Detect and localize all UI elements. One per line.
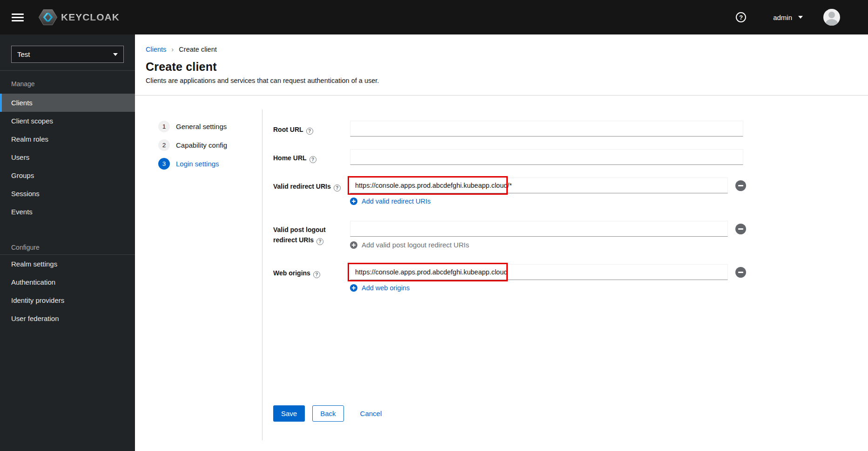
add-valid-post-logout-redirect-uris-button[interactable]: Add valid post logout redirect URIs xyxy=(350,241,469,249)
create-client-wizard: 1 General settings 2 Capability config 3… xyxy=(135,96,868,451)
keycloak-logo: KEYCLOAK xyxy=(39,9,120,26)
page-description: Clients are applications and services th… xyxy=(146,77,868,84)
plus-circle-icon xyxy=(350,241,357,249)
valid-post-logout-redirect-uris-input[interactable] xyxy=(350,221,728,237)
sidebar-item-clients[interactable]: Clients xyxy=(0,94,135,112)
sidebar-item-realm-roles[interactable]: Realm roles xyxy=(0,130,135,148)
wizard-step-login-settings[interactable]: 3 Login settings xyxy=(158,158,262,170)
nav-section-configure: Configure Realm settings Authentication … xyxy=(0,244,135,328)
root-url-input[interactable] xyxy=(350,121,743,137)
plus-circle-icon xyxy=(350,284,357,292)
divider xyxy=(262,109,262,440)
sidebar: Test Manage Clients Client scopes Realm … xyxy=(0,34,135,451)
sidebar-item-identity-providers[interactable]: Identity providers xyxy=(0,291,135,309)
help-button[interactable] xyxy=(736,12,747,23)
home-url-label: Home URL xyxy=(273,154,307,162)
wizard-step-capability-config[interactable]: 2 Capability config xyxy=(158,139,262,151)
chevron-right-icon xyxy=(171,45,174,53)
breadcrumb-current: Create client xyxy=(179,46,216,53)
sidebar-item-groups[interactable]: Groups xyxy=(0,166,135,184)
wizard-step-general-settings[interactable]: 1 General settings xyxy=(158,121,262,132)
user-menu-button[interactable]: admin xyxy=(773,14,803,21)
help-icon[interactable] xyxy=(310,156,316,163)
hamburger-icon xyxy=(12,14,24,21)
remove-valid-post-logout-redirect-uri-button[interactable] xyxy=(735,224,746,234)
page-title: Create client xyxy=(146,60,868,74)
cancel-button[interactable]: Cancel xyxy=(360,405,382,422)
help-icon[interactable] xyxy=(334,184,341,191)
sidebar-item-realm-settings[interactable]: Realm settings xyxy=(0,255,135,273)
back-button[interactable]: Back xyxy=(312,405,343,422)
form-row-home-url: Home URL xyxy=(273,149,868,165)
step-number: 1 xyxy=(158,121,170,132)
avatar[interactable] xyxy=(823,9,840,26)
web-origins-input[interactable] xyxy=(350,264,728,280)
keycloak-logo-icon xyxy=(39,9,57,26)
home-url-input[interactable] xyxy=(350,149,743,165)
wizard-steps: 1 General settings 2 Capability config 3… xyxy=(135,96,262,451)
sidebar-item-authentication[interactable]: Authentication xyxy=(0,273,135,291)
breadcrumb-clients-link[interactable]: Clients xyxy=(146,46,166,53)
realm-selector[interactable]: Test xyxy=(11,46,124,63)
add-web-origins-button[interactable]: Add web origins xyxy=(350,284,410,292)
root-url-label: Root URL xyxy=(273,126,303,133)
main-content: Clients Create client Create client Clie… xyxy=(135,34,868,451)
masthead-toolbar: admin xyxy=(736,9,840,26)
nav-toggle-button[interactable] xyxy=(12,12,24,23)
add-valid-redirect-uris-button[interactable]: Add valid redirect URIs xyxy=(350,198,431,205)
plus-circle-icon xyxy=(350,198,357,205)
valid-redirect-uris-label: Valid redirect URIs xyxy=(273,183,331,190)
help-icon[interactable] xyxy=(316,238,323,245)
remove-valid-redirect-uri-button[interactable] xyxy=(735,180,746,191)
form-row-root-url: Root URL xyxy=(273,121,868,137)
nav-section-title: Configure xyxy=(11,244,135,251)
sidebar-item-events[interactable]: Events xyxy=(0,203,135,221)
remove-web-origin-button[interactable] xyxy=(735,267,746,278)
help-icon[interactable] xyxy=(313,271,320,278)
form-row-web-origins: Web origins Add web origins xyxy=(273,264,868,292)
login-settings-form: Root URL Home URL xyxy=(262,96,868,451)
realm-selector-value: Test xyxy=(17,50,30,58)
sidebar-item-sessions[interactable]: Sessions xyxy=(0,184,135,203)
step-number: 2 xyxy=(158,139,170,151)
help-icon[interactable] xyxy=(306,128,313,135)
chevron-down-icon xyxy=(113,53,118,56)
form-row-valid-redirect-uris: Valid redirect URIs Add valid redirect U… xyxy=(273,178,868,205)
username: admin xyxy=(773,14,792,21)
form-actions: Save Back Cancel xyxy=(273,405,868,422)
sidebar-item-client-scopes[interactable]: Client scopes xyxy=(0,112,135,130)
form-row-valid-post-logout-redirect-uris: Valid post logout redirect URIs Add vali… xyxy=(273,221,868,249)
valid-redirect-uris-input[interactable] xyxy=(350,178,728,193)
breadcrumb: Clients Create client xyxy=(146,45,868,53)
keycloak-admin-console: KEYCLOAK admin Test Manage Clients C xyxy=(0,0,868,451)
save-button[interactable]: Save xyxy=(273,405,305,422)
sidebar-item-users[interactable]: Users xyxy=(0,148,135,166)
page-header: Clients Create client Create client Clie… xyxy=(135,34,868,96)
nav-section-manage: Manage Clients Client scopes Realm roles… xyxy=(0,80,135,221)
sidebar-item-user-federation[interactable]: User federation xyxy=(0,309,135,328)
question-circle-icon xyxy=(736,12,746,22)
chevron-down-icon xyxy=(798,16,803,19)
web-origins-label: Web origins xyxy=(273,269,310,277)
nav-section-title: Manage xyxy=(11,80,135,88)
keycloak-logo-text: KEYCLOAK xyxy=(61,12,120,23)
step-number: 3 xyxy=(158,158,170,170)
divider xyxy=(0,70,135,71)
masthead: KEYCLOAK admin xyxy=(0,0,868,34)
